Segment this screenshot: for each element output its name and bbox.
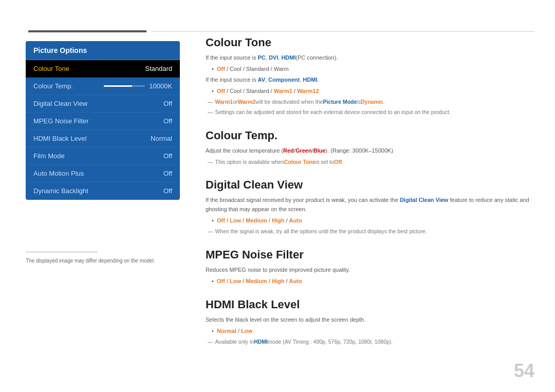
digital-clean-view-list-item: Off / Low / Medium / High / Auto — [212, 216, 534, 226]
highlight-blue: Blue — [313, 147, 326, 154]
sidebar-item-digital-clean-view[interactable]: Digital Clean View Off — [26, 95, 180, 113]
sidebar-item-mpeg-noise-filter-label: MPEG Noise Filter — [33, 117, 89, 125]
digital-clean-view-note: When the signal is weak, try all the opt… — [208, 227, 534, 236]
digital-clean-view-list: Off / Low / Medium / High / Auto — [212, 216, 534, 226]
sidebar-footnote-divider — [26, 252, 98, 252]
sidebar-title: Picture Options — [26, 41, 180, 60]
section-colour-temp-body: Adjust the colour temperature (Red/Green… — [206, 146, 534, 166]
top-bar-line — [152, 31, 534, 32]
highlight-off-1: Off — [217, 66, 225, 72]
highlight-hdmi: HDMI — [281, 54, 295, 61]
highlight-red: Red — [283, 147, 294, 154]
hdmi-list: Normal / Low — [212, 327, 534, 336]
sidebar-panel: Picture Options Colour Tone Standard Col… — [26, 41, 180, 200]
mpeg-list-item: Off / Low / Medium / High / Auto — [212, 277, 534, 286]
slider-track[interactable] — [104, 85, 145, 87]
section-mpeg-noise-filter-title: MPEG Noise Filter — [206, 248, 534, 262]
section-mpeg-noise-filter-body: Reduces MPEG noise to provide improved p… — [206, 266, 534, 286]
highlight-warm1: Warm1 — [274, 88, 292, 94]
colour-tone-list-1: Off / Cool / Standard / Warm — [212, 65, 534, 74]
colour-tone-note-2: Settings can be adjusted and stored for … — [208, 108, 534, 117]
sidebar-item-film-mode-value: Off — [163, 152, 172, 160]
colour-tone-list-item-1: Off / Cool / Standard / Warm — [212, 65, 534, 74]
slider-row-right: 10000K — [100, 82, 172, 90]
sidebar-item-hdmi-black-level-value: Normal — [151, 135, 172, 142]
highlight-medium-mpeg: Medium — [246, 278, 267, 284]
colour-temp-para-1: Adjust the colour temperature (Red/Green… — [206, 146, 534, 156]
highlight-warm12: Warm12 — [297, 88, 319, 94]
sidebar-item-film-mode-label: Film Mode — [33, 152, 65, 160]
sidebar-item-colour-temp-value: 10000K — [149, 82, 172, 90]
page-number: 54 — [514, 360, 534, 382]
highlight-normal-hdmi: Normal — [217, 328, 236, 334]
highlight-dvi: DVI — [269, 54, 278, 61]
highlight-colour-tone-ref: Colour Tone — [284, 158, 316, 166]
sidebar-item-digital-clean-view-label: Digital Clean View — [33, 100, 87, 107]
highlight-av: AV — [258, 77, 265, 83]
highlight-off-2: Off — [217, 88, 225, 94]
section-mpeg-noise-filter: MPEG Noise Filter Reduces MPEG noise to … — [206, 248, 534, 286]
section-digital-clean-view-body: If the broadcast signal received by your… — [206, 196, 534, 236]
section-colour-tone-title: Colour Tone — [206, 36, 534, 49]
sidebar-item-auto-motion-plus[interactable]: Auto Motion Plus Off — [26, 165, 180, 182]
sidebar-item-colour-tone[interactable]: Colour Tone Standard — [26, 60, 180, 78]
sidebar-item-colour-tone-label: Colour Tone — [33, 65, 69, 72]
top-bar — [0, 31, 555, 32]
section-colour-temp-title: Colour Temp. — [206, 129, 534, 142]
slider-fill — [104, 85, 132, 87]
hdmi-list-item: Normal / Low — [212, 327, 534, 336]
colour-tone-para-2: If the input source is AV, Component, HD… — [206, 76, 534, 85]
highlight-dynamic: Dynamic — [361, 98, 383, 106]
highlight-auto-dcv: Auto — [289, 217, 302, 223]
highlight-hdmi2: HDMI — [303, 77, 317, 83]
sidebar-item-dynamic-backlight-value: Off — [163, 187, 172, 195]
sidebar-item-hdmi-black-level-label: HDMI Black Level — [33, 135, 86, 142]
highlight-medium-dcv: Medium — [246, 217, 267, 223]
hdmi-para-1: Selects the black level on the screen to… — [206, 315, 534, 325]
colour-temp-note-1: This option is available when Colour Ton… — [208, 158, 534, 166]
colour-tone-para-1: If the input source is PC, DVI, HDMI(PC … — [206, 53, 534, 63]
highlight-auto-mpeg: Auto — [289, 278, 302, 284]
section-colour-tone: Colour Tone If the input source is PC, D… — [206, 36, 534, 117]
highlight-high-dcv: High — [272, 217, 284, 223]
sidebar-item-mpeg-noise-filter[interactable]: MPEG Noise Filter Off — [26, 113, 180, 130]
sidebar-item-dynamic-backlight[interactable]: Dynamic Backlight Off — [26, 182, 180, 200]
sidebar-item-dynamic-backlight-label: Dynamic Backlight — [33, 187, 88, 195]
section-digital-clean-view: Digital Clean View If the broadcast sign… — [206, 178, 534, 236]
section-colour-temp: Colour Temp. Adjust the colour temperatu… — [206, 129, 534, 166]
sidebar-item-auto-motion-plus-value: Off — [163, 170, 172, 177]
sidebar-item-auto-motion-plus-label: Auto Motion Plus — [33, 170, 84, 177]
highlight-off-mpeg: Off — [217, 278, 225, 284]
highlight-low-hdmi: Low — [241, 328, 252, 334]
colour-tone-list-item-2: Off / Cool / Standard / Warm1 / Warm12 — [212, 87, 534, 96]
main-content: Colour Tone If the input source is PC, D… — [206, 36, 534, 371]
sidebar-item-colour-tone-value: Standard — [145, 65, 172, 72]
sidebar-item-film-mode[interactable]: Film Mode Off — [26, 147, 180, 165]
highlight-high-mpeg: High — [272, 278, 284, 284]
section-hdmi-black-level-body: Selects the black level on the screen to… — [206, 315, 534, 346]
highlight-low-mpeg: Low — [230, 278, 241, 284]
colour-tone-note-1: Warm1 or Warm2 will be deactivated when … — [208, 98, 534, 106]
highlight-warm1-note: Warm1 — [215, 98, 233, 106]
highlight-component: Component — [268, 77, 300, 83]
sidebar-item-colour-temp[interactable]: Colour Temp. 10000K — [26, 78, 180, 95]
highlight-pc: PC — [258, 54, 266, 61]
highlight-picture-mode: Picture Mode — [323, 98, 357, 106]
top-bar-accent — [28, 30, 146, 32]
section-digital-clean-view-title: Digital Clean View — [206, 178, 534, 192]
sidebar-footnote: The displayed image may differ depending… — [26, 252, 180, 265]
highlight-warm2-note: Warm2 — [237, 98, 255, 106]
highlight-low-dcv: Low — [230, 217, 241, 223]
highlight-off-ref: Off — [334, 158, 342, 166]
colour-tone-list-2: Off / Cool / Standard / Warm1 / Warm12 — [212, 87, 534, 96]
section-hdmi-black-level-title: HDMI Black Level — [206, 298, 534, 311]
section-colour-tone-body: If the input source is PC, DVI, HDMI(PC … — [206, 53, 534, 117]
highlight-green: Green — [295, 147, 312, 154]
highlight-hdmi-note: HDMI — [254, 338, 268, 346]
sidebar-footnote-text: The displayed image may differ depending… — [26, 258, 155, 264]
sidebar-item-hdmi-black-level[interactable]: HDMI Black Level Normal — [26, 130, 180, 147]
mpeg-list: Off / Low / Medium / High / Auto — [212, 277, 534, 286]
sidebar-item-mpeg-noise-filter-value: Off — [163, 117, 172, 125]
mpeg-para-1: Reduces MPEG noise to provide improved p… — [206, 266, 534, 275]
highlight-off-dcv: Off — [217, 217, 225, 223]
